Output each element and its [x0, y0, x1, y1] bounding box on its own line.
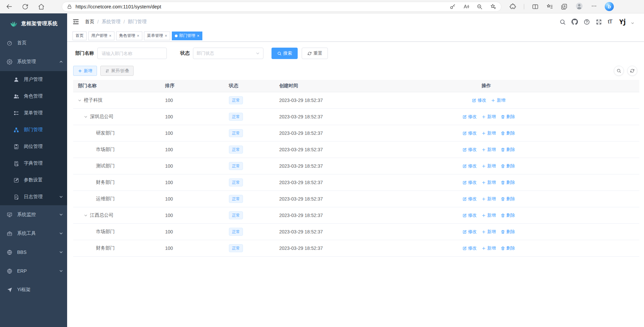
- tab-user[interactable]: 用户管理×: [88, 32, 114, 40]
- extensions-icon[interactable]: [509, 3, 516, 10]
- row-delete-link[interactable]: 删除: [501, 179, 515, 185]
- row-add-link[interactable]: 新增: [482, 114, 496, 120]
- fullscreen-icon[interactable]: [596, 19, 602, 25]
- search-icon[interactable]: [559, 19, 566, 25]
- zoom-out-icon[interactable]: [477, 4, 483, 10]
- row-add-link[interactable]: 新增: [482, 179, 496, 185]
- row-add-link[interactable]: 新增: [482, 147, 496, 153]
- row-add-link[interactable]: 新增: [482, 245, 496, 251]
- sidebar-fold-icon[interactable]: [72, 18, 80, 25]
- row-edit-link[interactable]: 修改: [462, 147, 477, 153]
- browser-home-button[interactable]: [37, 2, 46, 11]
- help-icon[interactable]: [584, 19, 590, 25]
- tab-role[interactable]: 角色管理×: [116, 32, 142, 40]
- row-delete-link[interactable]: 删除: [501, 147, 515, 153]
- search-button[interactable]: 搜索: [271, 48, 298, 59]
- dept-name-input[interactable]: [97, 48, 167, 59]
- plus-icon: [78, 69, 82, 73]
- sidebar-item-log[interactable]: 日志管理: [0, 188, 67, 205]
- row-edit-link[interactable]: 修改: [462, 163, 477, 169]
- dept-name-cell: 运维部门: [73, 196, 160, 202]
- app-logo[interactable]: 意框架管理系统: [0, 13, 67, 34]
- dictionary-icon: [13, 161, 19, 166]
- close-icon[interactable]: ×: [109, 34, 111, 38]
- sidebar-item-dept[interactable]: 部门管理: [0, 121, 67, 138]
- row-add-link[interactable]: 新增: [482, 130, 496, 136]
- sidebar-item-dict[interactable]: 字典管理: [0, 155, 67, 172]
- row-add-link[interactable]: 新增: [482, 212, 496, 218]
- row-add-link[interactable]: 新增: [482, 163, 496, 169]
- close-icon[interactable]: ×: [197, 34, 199, 38]
- split-screen-icon[interactable]: [532, 3, 539, 10]
- tab-menu[interactable]: 菜单管理×: [144, 32, 170, 40]
- sidebar-item-erp[interactable]: ERP: [0, 262, 67, 280]
- row-add-link[interactable]: 新增: [491, 97, 505, 103]
- avatar[interactable]: Yj: [618, 17, 627, 26]
- copilot-icon[interactable]: b: [605, 2, 614, 11]
- row-delete-link[interactable]: 删除: [501, 130, 515, 136]
- sidebar-item-home[interactable]: 首页: [0, 34, 67, 52]
- url-text[interactable]: https://ccnetcore.com:1101/system/dept: [76, 4, 161, 9]
- tab-dept[interactable]: 部门管理×: [172, 32, 202, 40]
- status-badge: 正常: [229, 178, 243, 186]
- font-size-icon[interactable]: tT: [608, 19, 612, 25]
- row-delete-link[interactable]: 删除: [501, 196, 515, 202]
- row-add-link[interactable]: 新增: [482, 229, 496, 235]
- profile-avatar-icon[interactable]: [575, 2, 583, 11]
- add-favorite-icon[interactable]: [490, 3, 496, 10]
- more-options-icon[interactable]: [591, 3, 597, 10]
- row-edit-link[interactable]: 修改: [462, 114, 477, 120]
- globe-icon: [7, 268, 12, 274]
- row-edit-link[interactable]: 修改: [462, 229, 477, 235]
- row-expand-toggle[interactable]: [84, 115, 90, 119]
- reset-button[interactable]: 重置: [302, 48, 328, 59]
- row-edit-link[interactable]: 修改: [462, 245, 477, 251]
- sidebar-item-param[interactable]: 参数设置: [0, 172, 67, 188]
- row-delete-link[interactable]: 删除: [501, 229, 515, 235]
- sidebar-item-role[interactable]: 角色管理: [0, 88, 67, 105]
- refresh-table-button[interactable]: [627, 66, 637, 76]
- browser-back-button[interactable]: [5, 2, 13, 11]
- address-bar[interactable]: https://ccnetcore.com:1101/system/dept: [62, 2, 501, 12]
- status-select[interactable]: 部门状态: [193, 48, 263, 59]
- close-icon[interactable]: ×: [137, 34, 139, 38]
- browser-refresh-button[interactable]: [21, 2, 30, 11]
- row-edit-link[interactable]: 修改: [462, 179, 477, 185]
- chevron-down-icon[interactable]: [631, 21, 634, 25]
- password-key-icon[interactable]: [450, 4, 456, 10]
- sidebar-item-post[interactable]: 岗位管理: [0, 138, 67, 155]
- row-edit-link[interactable]: 修改: [472, 97, 486, 103]
- sidebar-item-menu[interactable]: 菜单管理: [0, 105, 67, 121]
- expand-collapse-button[interactable]: 展开/折叠: [100, 66, 134, 76]
- row-delete-link[interactable]: 删除: [501, 114, 515, 120]
- github-icon[interactable]: [572, 19, 578, 25]
- collections-icon[interactable]: [561, 3, 567, 10]
- user-icon: [13, 77, 19, 83]
- row-edit-link[interactable]: 修改: [462, 196, 477, 202]
- row-delete-link[interactable]: 删除: [501, 212, 515, 218]
- log-file-icon: [13, 194, 19, 200]
- show-search-button[interactable]: [614, 66, 624, 76]
- sidebar-item-bbs[interactable]: BBS: [0, 243, 67, 262]
- row-delete-link[interactable]: 删除: [501, 245, 515, 251]
- row-add-link[interactable]: 新增: [482, 196, 496, 202]
- row-edit-link[interactable]: 修改: [462, 212, 477, 218]
- breadcrumb-item[interactable]: 首页: [85, 19, 94, 25]
- sidebar-item-system[interactable]: 系统管理: [0, 52, 67, 71]
- close-icon[interactable]: ×: [165, 34, 167, 38]
- favorites-icon[interactable]: [546, 3, 553, 10]
- sidebar-item-monitor[interactable]: 系统监控: [0, 205, 67, 224]
- tab-home[interactable]: 首页: [72, 32, 87, 40]
- chevron-down-icon: [78, 99, 82, 102]
- add-button[interactable]: 新增: [73, 66, 97, 76]
- read-aloud-icon[interactable]: [463, 4, 469, 10]
- tabs-bar: 首页用户管理×角色管理×菜单管理×部门管理×: [67, 30, 644, 42]
- sidebar-item-yiframe[interactable]: Yi框架: [0, 280, 67, 299]
- sidebar-item-tool[interactable]: 系统工具: [0, 224, 67, 243]
- row-delete-link[interactable]: 删除: [501, 163, 515, 169]
- sidebar-item-user[interactable]: 用户管理: [0, 71, 67, 88]
- row-expand-toggle[interactable]: [78, 99, 84, 102]
- chevron-down-icon: [59, 60, 63, 64]
- row-expand-toggle[interactable]: [84, 214, 90, 217]
- row-edit-link[interactable]: 修改: [462, 130, 477, 136]
